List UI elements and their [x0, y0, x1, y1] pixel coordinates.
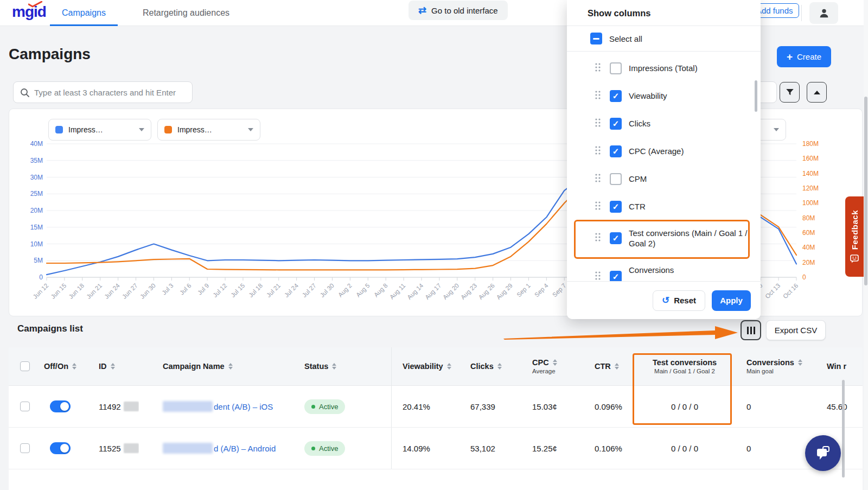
- cell-value: 0: [746, 444, 751, 453]
- sort-icon[interactable]: [615, 363, 619, 370]
- filter-button[interactable]: [780, 82, 800, 103]
- svg-text:Jul 24: Jul 24: [283, 282, 300, 299]
- go-to-old-interface-button[interactable]: Go to old interface: [409, 1, 508, 20]
- column-header-clicks[interactable]: Clicks: [459, 347, 519, 385]
- chat-widget-button[interactable]: [805, 435, 841, 471]
- swap-arrows-icon: [418, 4, 426, 16]
- metric-selector-left[interactable]: Impress…: [48, 119, 151, 141]
- column-checkbox[interactable]: [610, 232, 622, 244]
- column-header-cpc[interactable]: CPCAverage: [519, 347, 582, 385]
- account-button[interactable]: [809, 2, 838, 24]
- campaign-name-link[interactable]: dent (A/B) – iOS: [214, 402, 273, 411]
- cell-id: 11492: [79, 386, 139, 427]
- row-checkbox[interactable]: [20, 402, 30, 411]
- reset-button[interactable]: Reset: [653, 290, 705, 311]
- svg-text:Oct 16: Oct 16: [782, 282, 799, 300]
- create-button[interactable]: Create: [777, 46, 831, 67]
- column-header-name[interactable]: Campaign Name: [139, 347, 293, 385]
- svg-text:160M: 160M: [802, 155, 819, 162]
- select-all-row[interactable]: Select all: [567, 26, 761, 51]
- drag-handle-icon[interactable]: [595, 63, 601, 74]
- column-header-test_conversions[interactable]: Test conversionsMain / Goal 1 / Goal 2: [636, 347, 733, 385]
- create-label: Create: [797, 52, 821, 61]
- drag-handle-icon[interactable]: [595, 201, 601, 212]
- campaign-name-link[interactable]: d (A/B) – Android: [214, 444, 276, 453]
- column-label: Off/On: [44, 362, 68, 371]
- svg-text:Aug 20: Aug 20: [442, 282, 460, 301]
- column-header-win_rate[interactable]: Win r: [820, 347, 863, 385]
- panel-item-test-conversions-main-goal-1-goal-2[interactable]: Test conversions (Main / Goal 1 / Goal 2…: [567, 220, 761, 256]
- column-header-toggle[interactable]: Off/On: [41, 347, 79, 385]
- row-checkbox[interactable]: [20, 443, 30, 453]
- svg-text:80M: 80M: [802, 214, 815, 222]
- panel-item-ctr[interactable]: CTR: [567, 193, 761, 220]
- off-on-toggle[interactable]: [50, 442, 71, 454]
- column-checkbox[interactable]: [610, 62, 622, 74]
- header-stack: CPCAverage: [532, 358, 557, 374]
- column-checkbox[interactable]: [610, 90, 622, 102]
- tab-campaigns[interactable]: Campaigns: [50, 0, 118, 26]
- column-header-select[interactable]: [9, 347, 41, 385]
- cell-test_conversions: 0 / 0 / 0: [636, 386, 733, 427]
- sort-icon[interactable]: [72, 363, 76, 370]
- panel-item-clicks[interactable]: Clicks: [567, 110, 761, 137]
- column-header-status[interactable]: Status: [293, 347, 392, 385]
- panel-item-cpc-average[interactable]: CPC (Average): [567, 137, 761, 165]
- page-scrollbar-thumb[interactable]: [864, 97, 867, 285]
- drag-handle-icon[interactable]: [595, 118, 601, 129]
- column-header-conversions[interactable]: ConversionsMain goal: [733, 347, 820, 385]
- column-header-ctr[interactable]: CTR: [582, 347, 636, 385]
- cell-value: 20.41%: [403, 402, 430, 411]
- panel-item-label: Clicks: [629, 118, 650, 129]
- svg-text:Jun 21: Jun 21: [85, 282, 103, 300]
- sort-icon[interactable]: [228, 363, 233, 370]
- drag-handle-icon[interactable]: [595, 233, 601, 244]
- select-all-checkbox[interactable]: [590, 33, 602, 44]
- off-on-toggle[interactable]: [50, 400, 71, 412]
- drag-handle-icon[interactable]: [595, 271, 601, 282]
- column-checkbox[interactable]: [610, 173, 622, 185]
- apply-button[interactable]: Apply: [712, 290, 751, 311]
- column-label: Campaign Name: [163, 362, 225, 371]
- svg-text:Aug 23: Aug 23: [459, 282, 478, 301]
- annotation-arrow: [503, 323, 740, 343]
- drag-handle-icon[interactable]: [595, 91, 601, 101]
- sort-icon[interactable]: [111, 363, 115, 370]
- column-checkbox[interactable]: [610, 118, 622, 130]
- sort-icon[interactable]: [553, 359, 557, 366]
- column-header-viewability[interactable]: Viewability: [392, 347, 459, 385]
- page-scrollbar[interactable]: [864, 0, 868, 490]
- svg-text:Aug 5: Aug 5: [355, 282, 371, 298]
- export-csv-button[interactable]: Export CSV: [766, 320, 826, 340]
- table-scrollbar[interactable]: [842, 380, 845, 478]
- sort-icon[interactable]: [447, 363, 451, 370]
- panel-item-conversions[interactable]: Conversions: [567, 256, 761, 284]
- select-all-rows-checkbox[interactable]: [20, 361, 30, 371]
- mgid-logo[interactable]: mgid: [12, 3, 46, 21]
- drag-handle-icon[interactable]: [595, 146, 601, 157]
- svg-text:Sep 4: Sep 4: [533, 282, 550, 298]
- column-label: CTR: [595, 362, 611, 371]
- search-input[interactable]: [34, 82, 189, 103]
- svg-text:Jun 30: Jun 30: [139, 282, 157, 300]
- panel-item-impressions-total[interactable]: Impressions (Total): [567, 54, 761, 82]
- panel-scrollbar[interactable]: [755, 80, 757, 112]
- svg-text:Oct 13: Oct 13: [764, 282, 781, 300]
- sort-icon[interactable]: [497, 363, 502, 370]
- column-header-id[interactable]: ID: [79, 347, 139, 385]
- column-checkbox[interactable]: [610, 145, 622, 157]
- collapse-button[interactable]: [807, 82, 827, 103]
- show-columns-button[interactable]: [741, 320, 761, 340]
- panel-item-cpm[interactable]: CPM: [567, 165, 761, 193]
- feedback-tab[interactable]: Feedback: [845, 196, 864, 277]
- sort-icon[interactable]: [332, 363, 336, 370]
- svg-text:20M: 20M: [30, 207, 43, 214]
- cell-viewability: 14.09%: [392, 428, 459, 469]
- drag-handle-icon[interactable]: [595, 174, 601, 184]
- column-checkbox[interactable]: [610, 201, 622, 213]
- sort-icon[interactable]: [798, 359, 802, 366]
- tab-retargeting-audiences[interactable]: Retargeting audiences: [131, 0, 241, 26]
- cell-value: 14.09%: [403, 444, 430, 453]
- panel-item-viewability[interactable]: Viewability: [567, 82, 761, 110]
- metric-selector-right[interactable]: Impress…: [157, 119, 260, 141]
